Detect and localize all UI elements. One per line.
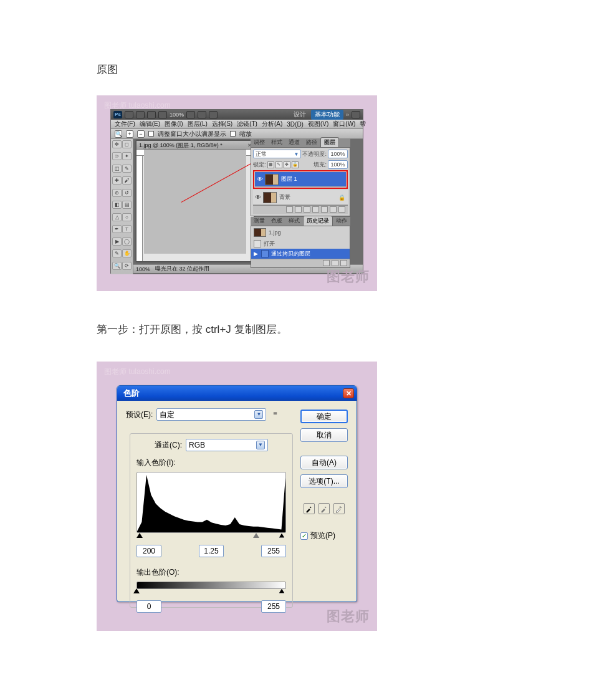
fill-value[interactable]: 100% (328, 160, 348, 169)
dodge-tool-icon[interactable]: ○ (122, 213, 132, 221)
menu-view[interactable]: 视图(V) (307, 120, 330, 128)
preview-checkbox[interactable]: ✓ (300, 532, 308, 540)
black-eyedropper-icon[interactable] (304, 503, 315, 514)
tab-paths[interactable]: 路径 (303, 138, 320, 147)
menu-3d[interactable]: 3D(D) (285, 121, 305, 128)
notes-tool-icon[interactable]: ✎ (112, 249, 122, 257)
channel-combo[interactable]: RGB ▼ (186, 439, 268, 451)
preset-menu-icon[interactable]: ≡ (270, 410, 280, 420)
zoom-in-icon[interactable]: + (126, 130, 133, 138)
topbar-icon[interactable] (209, 111, 218, 118)
lock-position-icon[interactable]: ✥ (284, 161, 290, 168)
blend-mode-select[interactable]: 正常 ▼ (253, 150, 301, 158)
preview-toggle[interactable]: ✓ 预览(P) (300, 530, 348, 541)
type-tool-icon[interactable]: T (122, 225, 132, 233)
workspace-design-label[interactable]: 设计 (291, 110, 309, 119)
histogram[interactable] (136, 472, 286, 533)
lock-transparency-icon[interactable]: ▦ (267, 161, 274, 168)
tab-actions[interactable]: 动作 (333, 216, 350, 226)
shape-tool-icon[interactable]: ◯ (122, 237, 132, 246)
canvas[interactable] (144, 150, 246, 254)
layer-mask-icon[interactable] (304, 206, 310, 213)
topbar-icon[interactable] (186, 111, 195, 118)
menu-file[interactable]: 文件(F) (113, 120, 136, 128)
output-black-handle[interactable] (133, 588, 140, 593)
input-gamma-field[interactable]: 1.25 (199, 545, 224, 557)
healing-tool-icon[interactable]: ✚ (112, 176, 122, 185)
menu-help[interactable]: 帮 (358, 120, 367, 128)
path-select-tool-icon[interactable]: ▶ (112, 237, 122, 246)
marquee-tool-icon[interactable]: ◻ (122, 140, 132, 148)
tab-swatches[interactable]: 色板 (268, 216, 285, 226)
menu-edit[interactable]: 编辑(E) (138, 120, 161, 128)
menu-window[interactable]: 窗口(W) (332, 120, 357, 128)
preset-combo[interactable]: 自定 ▼ (156, 408, 266, 421)
tab-channels[interactable]: 通道 (285, 138, 303, 147)
options-button[interactable]: 选项(T)... (300, 474, 348, 488)
layer-row-1[interactable]: 👁 图层 1 (255, 172, 346, 187)
cancel-button[interactable]: 取消 (300, 428, 348, 442)
gamma-handle[interactable] (253, 533, 259, 538)
lasso-tool-icon[interactable]: ⊃ (112, 152, 122, 160)
fit-checkbox[interactable] (148, 131, 154, 137)
layer-row-background[interactable]: 👁 背景 🔒 (253, 190, 348, 205)
topbar-icon[interactable] (352, 111, 360, 118)
layer-group-icon[interactable] (321, 206, 328, 213)
input-black-field[interactable]: 200 (136, 545, 161, 557)
history-row-open[interactable]: 打开 (251, 239, 350, 249)
lock-all-icon[interactable]: 🔒 (292, 161, 299, 168)
hand-tool-icon[interactable]: ✋ (122, 249, 132, 257)
wand-tool-icon[interactable]: ✦ (122, 152, 132, 160)
history-brush-tool-icon[interactable]: ↺ (122, 189, 132, 197)
blur-tool-icon[interactable]: △ (112, 213, 122, 221)
tab-styles[interactable]: 样式 (268, 138, 285, 147)
dialog-titlebar[interactable]: 色阶 ✕ (117, 386, 357, 401)
menu-image[interactable]: 图像(I) (163, 120, 184, 128)
output-white-field[interactable]: 255 (261, 600, 286, 613)
new-snapshot-icon[interactable] (332, 260, 338, 266)
menu-layer[interactable]: 图层(L) (186, 120, 209, 128)
new-doc-from-state-icon[interactable] (323, 260, 330, 266)
pen-tool-icon[interactable]: ✒ (112, 225, 122, 233)
topbar-icon[interactable] (158, 111, 167, 118)
topbar-icon[interactable] (136, 111, 145, 118)
ok-button[interactable]: 确定 (300, 410, 348, 423)
eraser-tool-icon[interactable]: ◧ (112, 201, 122, 209)
chevrons-icon[interactable]: » (346, 112, 349, 118)
zoom-out-icon[interactable]: − (137, 130, 145, 138)
new-layer-icon[interactable] (330, 206, 337, 213)
adjustment-layer-icon[interactable] (312, 206, 319, 213)
output-black-field[interactable]: 0 (136, 600, 161, 613)
workspace-essentials-button[interactable]: 基本功能 (311, 110, 343, 120)
menu-filter[interactable]: 滤镜(T) (236, 120, 259, 128)
layer-fx-icon[interactable] (295, 206, 302, 213)
zoom-tool-icon[interactable]: 🔍 (115, 130, 122, 138)
eyedropper-tool-icon[interactable]: ✎ (122, 165, 132, 173)
topbar-icon[interactable] (198, 111, 206, 118)
visibility-eye-icon[interactable]: 👁 (253, 194, 263, 201)
input-white-field[interactable]: 255 (261, 545, 286, 557)
menu-select[interactable]: 选择(S) (211, 120, 234, 128)
rotate-view-tool-icon[interactable]: ⟳ (122, 262, 132, 270)
output-white-handle[interactable] (279, 588, 285, 593)
tab-measure[interactable]: 测量 (251, 216, 268, 226)
topbar-icon[interactable] (125, 111, 133, 118)
black-point-handle[interactable] (136, 533, 143, 538)
white-point-handle[interactable] (279, 533, 285, 538)
topbar-icon[interactable] (147, 111, 156, 118)
close-button[interactable]: ✕ (343, 388, 354, 398)
link-layers-icon[interactable] (286, 206, 293, 213)
tab-styles2[interactable]: 样式 (285, 216, 303, 226)
crop-tool-icon[interactable]: ◫ (112, 165, 122, 173)
gray-eyedropper-icon[interactable] (318, 503, 330, 514)
auto-button[interactable]: 自动(A) (300, 456, 348, 469)
tab-layers[interactable]: 图层 (320, 137, 339, 147)
gradient-tool-icon[interactable]: ▤ (122, 201, 132, 209)
menu-analysis[interactable]: 分析(A) (261, 120, 284, 128)
trash-icon[interactable] (338, 206, 345, 213)
brush-tool-icon[interactable]: 🖌 (122, 176, 132, 185)
history-row-copy-layer[interactable]: ▶ 通过拷贝的图层 (251, 249, 350, 259)
input-levels-slider[interactable] (136, 534, 286, 540)
tab-adjustments[interactable]: 调整 (251, 138, 268, 147)
move-tool-icon[interactable]: ✥ (112, 140, 122, 148)
